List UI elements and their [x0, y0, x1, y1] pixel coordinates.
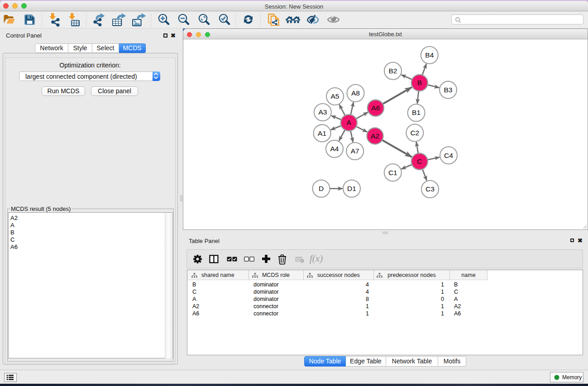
- svg-text:A6: A6: [371, 104, 380, 112]
- svg-text:C3: C3: [425, 185, 435, 193]
- svg-text:D1: D1: [347, 185, 356, 192]
- svg-text:C: C: [417, 157, 422, 165]
- svg-text:D: D: [319, 185, 324, 192]
- svg-text:B4: B4: [425, 51, 434, 59]
- svg-text:A8: A8: [351, 89, 360, 97]
- svg-text:A4: A4: [330, 145, 339, 152]
- svg-text:A5: A5: [331, 92, 339, 100]
- svg-text:A7: A7: [351, 147, 359, 155]
- svg-text:C4: C4: [444, 152, 453, 159]
- svg-text:A3: A3: [318, 108, 327, 116]
- svg-text:B: B: [417, 79, 422, 86]
- svg-text:C1: C1: [388, 169, 397, 176]
- svg-text:C2: C2: [410, 129, 419, 137]
- svg-text:A2: A2: [371, 132, 379, 140]
- svg-text:A: A: [347, 119, 352, 126]
- svg-text:B3: B3: [444, 86, 453, 94]
- svg-text:A1: A1: [318, 129, 326, 137]
- svg-text:B2: B2: [389, 67, 397, 75]
- svg-text:B1: B1: [412, 109, 421, 116]
